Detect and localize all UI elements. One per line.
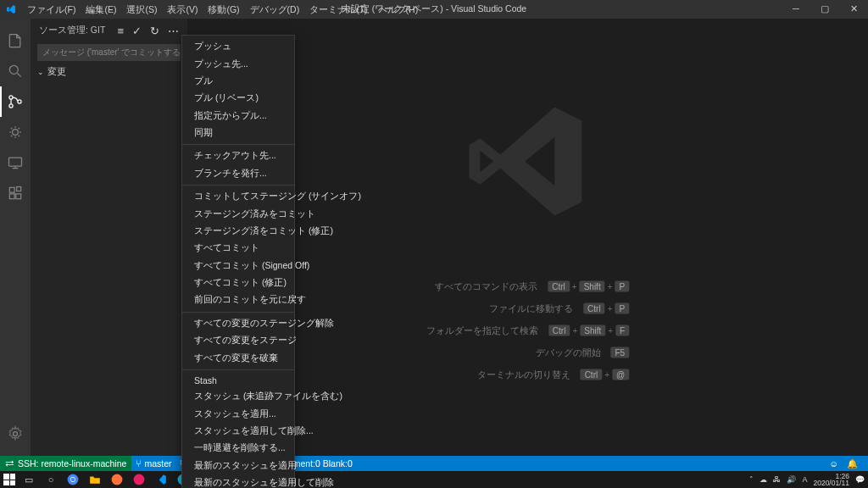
context-menu-item[interactable]: プル xyxy=(182,73,294,90)
svg-rect-5 xyxy=(9,158,22,166)
hint-keys: Ctrl+Shift+P xyxy=(548,281,629,292)
context-menu-item[interactable]: プッシュ先... xyxy=(182,55,294,72)
minimize-button[interactable]: ─ xyxy=(782,0,810,17)
commit-message-input[interactable]: メッセージ ('master' でコミットするための Ctrl+Ent xyxy=(37,44,181,61)
chevron-down-icon: ⌄ xyxy=(37,68,44,76)
settings-gear-icon[interactable] xyxy=(0,419,31,449)
context-menu-item[interactable]: スタッシュを適用... xyxy=(182,406,294,423)
maximize-button[interactable]: ▢ xyxy=(810,0,839,17)
changes-section[interactable]: ⌄ 変更 xyxy=(31,63,187,81)
extensions-icon[interactable] xyxy=(0,178,31,208)
tray-ime-icon[interactable]: A xyxy=(802,475,807,484)
discard-icon[interactable]: ≡ xyxy=(117,25,124,37)
branch-name: master xyxy=(144,458,171,469)
explorer-taskbar-icon[interactable] xyxy=(86,473,103,486)
cortana-icon[interactable]: ○ xyxy=(42,473,59,486)
svg-rect-7 xyxy=(9,194,14,199)
context-menu-item[interactable]: すべての変更のステージング解除 xyxy=(182,315,294,332)
source-control-icon[interactable] xyxy=(0,86,31,117)
app-icon-1[interactable] xyxy=(131,473,147,486)
menu-view[interactable]: 表示(V) xyxy=(162,0,203,19)
context-menu-item[interactable]: コミットしてステージング (サインオフ) xyxy=(182,188,294,205)
context-menu-item[interactable]: すべてコミット xyxy=(182,240,294,257)
svg-point-14 xyxy=(112,474,123,485)
context-menu-item[interactable]: ブランチを発行... xyxy=(182,165,294,182)
svg-point-1 xyxy=(9,96,13,99)
context-menu-item[interactable]: プッシュ xyxy=(182,38,294,55)
notifications-icon[interactable]: 🔔 xyxy=(847,458,858,469)
menu-edit[interactable]: 編集(E) xyxy=(81,0,121,19)
branch-icon: ⑂ xyxy=(136,458,142,469)
context-menu-item[interactable]: スタッシュ (未追跡ファイルを含む) xyxy=(182,388,294,405)
menu-debug[interactable]: デバッグ(D) xyxy=(245,0,305,19)
keycap: P xyxy=(615,281,630,292)
chrome-icon[interactable] xyxy=(64,473,81,486)
svg-point-15 xyxy=(134,474,145,485)
taskbar-clock[interactable]: 1:26 2020/01/11 xyxy=(813,473,849,487)
context-menu-item[interactable]: 最新のスタッシュを適用 xyxy=(182,458,294,474)
action-center-icon[interactable]: 💬 xyxy=(855,475,865,484)
context-menu-item[interactable]: 最新のスタッシュを適用して削除 xyxy=(182,474,294,488)
context-menu-item[interactable]: すべてコミット (Signed Off) xyxy=(182,258,294,274)
git-branch[interactable]: ⑂ master xyxy=(131,456,175,471)
remote-icon[interactable] xyxy=(0,147,31,178)
tray-volume-icon[interactable]: 🔊 xyxy=(787,475,796,484)
window-title: 未設定 (ワークスペース) - Visual Studio Code xyxy=(342,3,526,15)
windows-taskbar: ▭ ○ ˄ ☁ 🖧 🔊 A 1:26 2020/01/11 💬 xyxy=(0,471,868,488)
context-menu-item[interactable]: 前回のコミットを元に戻す xyxy=(182,291,294,308)
more-actions-icon[interactable]: ⋯ xyxy=(168,25,179,37)
tray-onedrive-icon[interactable]: ☁ xyxy=(760,475,767,484)
menu-go[interactable]: 移動(G) xyxy=(203,0,244,19)
context-menu-item[interactable]: Stash xyxy=(182,373,294,388)
activity-bar xyxy=(0,19,31,456)
task-view-icon[interactable]: ▭ xyxy=(20,473,37,486)
tray-chevron-icon[interactable]: ˄ xyxy=(749,475,754,484)
commit-icon[interactable]: ✓ xyxy=(132,25,142,37)
svg-point-4 xyxy=(13,130,19,136)
search-icon[interactable] xyxy=(0,56,31,86)
context-menu-item[interactable]: すべてコミット (修正) xyxy=(182,274,294,291)
hint-label: ターミナルの切り替え xyxy=(477,369,570,381)
firefox-icon[interactable] xyxy=(108,473,125,486)
context-menu-item[interactable]: スタッシュを適用して削除... xyxy=(182,423,294,440)
hint-row: ターミナルの切り替えCtrl+@ xyxy=(426,369,629,381)
keycap: F5 xyxy=(611,347,630,358)
context-menu-item[interactable]: 一時退避を削除する... xyxy=(182,440,294,457)
vscode-logo-icon xyxy=(5,3,17,15)
context-menu-item[interactable]: チェックアウト先... xyxy=(182,147,294,164)
menu-selection[interactable]: 選択(S) xyxy=(121,0,162,19)
refresh-icon[interactable]: ↻ xyxy=(150,25,159,37)
debug-icon[interactable] xyxy=(0,117,31,147)
hint-row: フォルダーを指定して検索Ctrl+Shift+F xyxy=(426,324,629,337)
hint-row: ファイルに移動するCtrl+P xyxy=(426,302,629,315)
context-menu-item[interactable]: プル (リベース) xyxy=(182,90,294,107)
context-menu-item[interactable]: すべての変更を破棄 xyxy=(182,349,294,366)
titlebar: ファイル(F) 編集(E) 選択(S) 表示(V) 移動(G) デバッグ(D) … xyxy=(0,0,868,19)
remote-indicator[interactable]: ⮂ SSH: remote-linux-machine xyxy=(0,456,131,471)
hint-label: デバッグの開始 xyxy=(536,347,601,359)
scm-context-menu: プッシュプッシュ先...プルプル (リベース)指定元からプル...同期チェックア… xyxy=(181,35,295,488)
context-menu-item[interactable]: すべての変更をステージ xyxy=(182,332,294,349)
menu-file[interactable]: ファイル(F) xyxy=(22,0,81,19)
hint-label: フォルダーを指定して検索 xyxy=(426,324,538,337)
keycap: Shift xyxy=(580,281,605,292)
tray-network-icon[interactable]: 🖧 xyxy=(773,475,781,484)
context-menu-separator xyxy=(182,144,294,145)
svg-rect-6 xyxy=(9,187,14,192)
keycap: Ctrl xyxy=(581,369,603,380)
context-menu-separator xyxy=(182,369,294,370)
feedback-icon[interactable]: ☺ xyxy=(829,458,838,469)
start-button[interactable] xyxy=(3,474,15,485)
keycap: Ctrl xyxy=(548,281,570,292)
context-menu-item[interactable]: ステージング済みをコミット xyxy=(182,205,294,222)
explorer-icon[interactable] xyxy=(0,25,31,56)
context-menu-item[interactable]: 同期 xyxy=(182,125,294,141)
context-menu-item[interactable]: 指定元からプル... xyxy=(182,108,294,125)
context-menu-separator xyxy=(182,185,294,186)
vscode-taskbar-icon[interactable] xyxy=(153,473,170,486)
close-button[interactable]: ✕ xyxy=(839,0,868,17)
hint-label: ファイルに移動する xyxy=(489,302,573,315)
svg-rect-8 xyxy=(16,194,21,199)
context-menu-item[interactable]: ステージング済をコミット (修正) xyxy=(182,223,294,240)
changes-label: 変更 xyxy=(47,66,66,78)
